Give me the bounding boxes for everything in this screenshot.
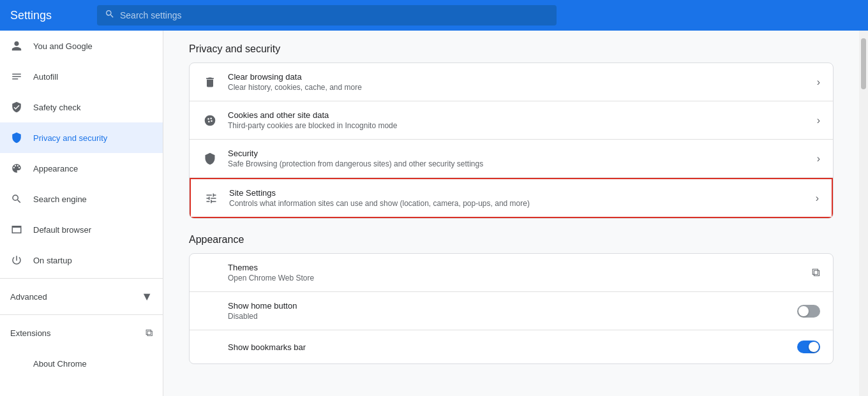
svg-point-0 [205,115,216,126]
main-layout: You and Google Autofill Safety check Pri… [0,31,868,396]
sidebar-divider-2 [0,314,163,315]
appearance-section: Appearance Themes Open Chrome Web Store … [189,234,834,364]
site-settings-subtitle: Controls what information sites can use … [229,199,805,208]
clear-browsing-data-item[interactable]: Clear browsing data Clear history, cooki… [190,63,833,101]
site-settings-highlight-border: Site Settings Controls what information … [190,178,833,218]
show-home-button-title: Show home button [228,301,787,311]
svg-point-1 [207,118,209,120]
site-settings-text: Site Settings Controls what information … [229,188,805,208]
search-engine-icon [10,193,23,205]
sidebar-item-label: About Chrome [33,359,87,369]
privacy-section-title: Privacy and security [189,43,834,55]
cookies-title: Cookies and other site data [228,110,807,120]
sidebar-item-label: On startup [33,256,72,265]
search-input[interactable] [120,10,549,20]
themes-text: Themes Open Chrome Web Store [228,263,802,282]
sidebar-item-label: Autofill [33,72,58,82]
themes-subtitle: Open Chrome Web Store [228,274,802,282]
privacy-section: Privacy and security Clear browsing data… [189,43,834,219]
svg-rect-5 [204,267,216,279]
appearance-card-group: Themes Open Chrome Web Store ⧉ Show home… [189,253,834,364]
sidebar-item-safety-check[interactable]: Safety check [0,92,163,122]
svg-point-3 [211,120,213,122]
show-home-button-toggle[interactable] [797,305,820,318]
autofill-icon [10,70,23,83]
show-home-button-text: Show home button Disabled [228,301,787,321]
trash-icon [202,75,218,90]
shield-icon [10,101,23,114]
security-text: Security Safe Browsing (protection from … [228,149,807,168]
sidebar-item-label: Default browser [33,225,91,235]
show-bookmarks-bar-toggle[interactable] [797,341,820,353]
privacy-icon [10,131,23,144]
sidebar-advanced[interactable]: Advanced ▼ [0,281,163,312]
arrow-icon: › [817,153,820,165]
external-link-icon: ⧉ [146,327,153,339]
svg-point-4 [208,121,210,122]
scrollbar[interactable] [859,31,868,396]
content-area: Privacy and security Clear browsing data… [163,31,859,396]
sidebar-item-label: Privacy and security [33,133,107,143]
sidebar-item-autofill[interactable]: Autofill [0,61,163,92]
show-bookmarks-bar-text: Show bookmarks bar [228,342,787,352]
sidebar-item-about-chrome[interactable]: About Chrome [0,348,163,379]
svg-point-2 [210,117,212,119]
cookies-item[interactable]: Cookies and other site data Third-party … [190,101,833,140]
chevron-down-icon: ▼ [141,290,153,304]
security-item[interactable]: Security Safe Browsing (protection from … [190,140,833,178]
security-shield-icon [202,151,218,166]
palette-icon [10,162,23,175]
arrow-icon: › [817,115,820,126]
themes-item[interactable]: Themes Open Chrome Web Store ⧉ [190,254,833,292]
sidebar-item-appearance[interactable]: Appearance [0,153,163,184]
about-icon [10,357,23,370]
browser-icon [10,223,23,236]
show-bookmarks-bar-title: Show bookmarks bar [228,342,787,352]
cookie-icon [202,113,218,128]
site-settings-title: Site Settings [229,188,805,198]
security-subtitle: Safe Browsing (protection from dangerous… [228,159,807,168]
sidebar-item-label: Appearance [33,164,78,173]
bookmarks-bar-icon [202,339,218,355]
sliders-icon [204,191,219,206]
appearance-section-title: Appearance [189,234,834,246]
privacy-card-group: Clear browsing data Clear history, cooki… [189,62,834,219]
clear-browsing-data-text: Clear browsing data Clear history, cooki… [228,72,807,92]
sidebar-item-label: Safety check [33,103,80,112]
sidebar-item-privacy-and-security[interactable]: Privacy and security [0,122,163,153]
person-icon [10,40,23,52]
arrow-icon: › [816,193,819,204]
sidebar-item-label: You and Google [33,41,93,51]
cookies-text: Cookies and other site data Third-party … [228,110,807,130]
sidebar-item-label: Search engine [33,194,87,204]
sidebar-item-on-startup[interactable]: On startup [0,245,163,275]
show-home-button-item[interactable]: Show home button Disabled [190,292,833,330]
sidebar: You and Google Autofill Safety check Pri… [0,31,163,396]
site-settings-item[interactable]: Site Settings Controls what information … [191,179,832,217]
sidebar-item-you-and-google[interactable]: You and Google [0,31,163,61]
search-icon [105,9,115,22]
sidebar-item-search-engine[interactable]: Search engine [0,184,163,214]
advanced-label: Advanced [10,292,131,302]
themes-icon [202,265,218,281]
app-title: Settings [10,9,87,22]
home-button-icon [202,304,218,319]
sidebar-item-default-browser[interactable]: Default browser [0,214,163,245]
show-bookmarks-bar-item[interactable]: Show bookmarks bar [190,330,833,363]
search-bar [97,5,557,26]
clear-browsing-data-subtitle: Clear history, cookies, cache, and more [228,83,807,92]
scrollbar-thumb[interactable] [861,38,866,89]
sidebar-divider [0,278,163,279]
external-icon: ⧉ [812,266,820,279]
power-icon [10,254,23,267]
extensions-label: Extensions [10,328,135,338]
security-title: Security [228,149,807,158]
app-header: Settings [0,0,868,31]
sidebar-extensions[interactable]: Extensions ⧉ [0,318,163,348]
themes-title: Themes [228,263,802,272]
arrow-icon: › [817,77,820,88]
show-home-button-subtitle: Disabled [228,312,787,321]
clear-browsing-data-title: Clear browsing data [228,72,807,82]
cookies-subtitle: Third-party cookies are blocked in Incog… [228,121,807,130]
